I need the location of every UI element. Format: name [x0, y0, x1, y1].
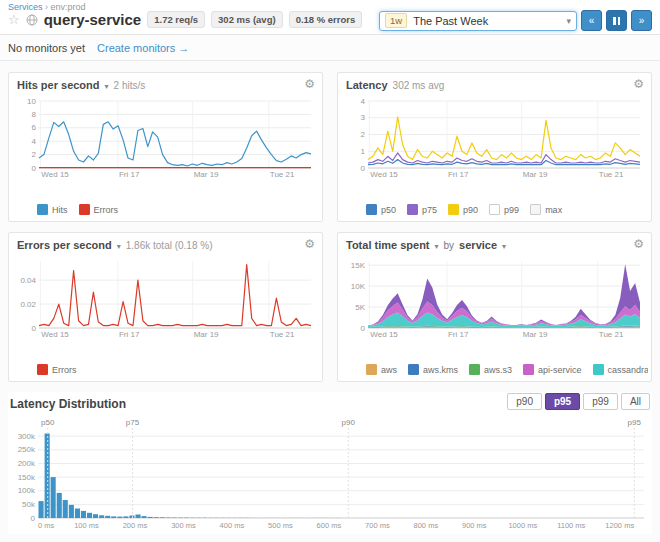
requests-badge: 1.72 req/s — [147, 11, 205, 28]
percentile-button-p95[interactable]: p95 — [545, 393, 580, 410]
svg-text:p50: p50 — [41, 418, 55, 427]
errors-chart: 00.020.04Wed 15Fri 17Mar 19Tue 21 — [15, 257, 314, 341]
svg-text:0: 0 — [361, 164, 366, 173]
time-range-label: The Past Week — [413, 15, 560, 27]
pause-icon — [618, 17, 621, 25]
svg-text:1000 ms: 1000 ms — [508, 521, 537, 530]
time-range-token: 1w — [385, 13, 407, 28]
legend-label: p99 — [504, 205, 519, 215]
percentile-buttons: p90p95p99All — [507, 393, 650, 410]
total-time-legend: awsaws.kmsaws.s3api-servicecassandractx-… — [366, 364, 648, 375]
svg-text:Tue 21: Tue 21 — [599, 170, 624, 179]
legend-item-Hits[interactable]: Hits — [37, 204, 68, 215]
svg-text:Mar 19: Mar 19 — [523, 170, 548, 179]
svg-text:100k: 100k — [18, 486, 36, 495]
legend-swatch — [37, 204, 48, 215]
total-time-panel: Total time spent ▾ by service ▾ ⚙ 05K10K… — [337, 232, 652, 382]
legend-swatch — [530, 204, 541, 215]
gear-icon[interactable]: ⚙ — [633, 77, 644, 91]
errors-panel-title[interactable]: Errors per second — [17, 239, 112, 251]
svg-text:500 ms: 500 ms — [268, 521, 293, 530]
legend-item-cassandra[interactable]: cassandra — [593, 364, 648, 375]
svg-text:Fri 17: Fri 17 — [119, 170, 140, 179]
legend-swatch — [408, 364, 419, 375]
time-controls: 1w The Past Week ▾ « » — [379, 10, 652, 31]
svg-text:1100 ms: 1100 ms — [557, 521, 585, 530]
svg-text:p95: p95 — [628, 418, 642, 427]
svg-text:100 ms: 100 ms — [74, 521, 99, 530]
legend-label: api-service — [538, 365, 582, 375]
legend-item-Errors[interactable]: Errors — [37, 364, 77, 375]
time-back-button[interactable]: « — [581, 10, 602, 31]
legend-item-api-service[interactable]: api-service — [523, 364, 582, 375]
svg-text:0: 0 — [32, 324, 37, 333]
page-header: Services › env:prod ☆ query-service 1.72… — [0, 0, 660, 35]
chevron-down-icon: ▾ — [435, 242, 439, 251]
svg-text:900 ms: 900 ms — [462, 521, 487, 530]
legend-swatch — [37, 364, 48, 375]
legend-item-max[interactable]: max — [530, 204, 562, 215]
latency-distribution-chart: 050k100k150k200k250k300kp50p75p90p950 ms… — [8, 416, 652, 532]
svg-text:0.02: 0.02 — [20, 300, 36, 309]
favorite-star-icon[interactable]: ☆ — [8, 13, 20, 26]
legend-item-p75[interactable]: p75 — [407, 204, 437, 215]
svg-text:1: 1 — [361, 147, 366, 156]
time-pause-button[interactable] — [606, 10, 627, 31]
latency-chart: 01234Wed 15Fri 17Mar 19Tue 21 — [344, 97, 643, 181]
svg-text:Wed 15: Wed 15 — [41, 330, 69, 339]
legend-label: p50 — [381, 205, 396, 215]
legend-label: cassandra — [608, 365, 648, 375]
total-time-panel-title[interactable]: Total time spent — [346, 239, 430, 251]
svg-text:4: 4 — [32, 137, 37, 146]
time-forward-button[interactable]: » — [631, 10, 652, 31]
time-range-input[interactable]: 1w The Past Week ▾ — [379, 11, 577, 31]
svg-text:Tue 21: Tue 21 — [270, 170, 295, 179]
pause-icon — [613, 17, 616, 25]
legend-swatch — [469, 364, 480, 375]
percentile-button-p90[interactable]: p90 — [507, 393, 542, 410]
legend-item-p50[interactable]: p50 — [366, 204, 396, 215]
latency-distribution-title: Latency Distribution — [10, 397, 126, 411]
legend-item-Errors[interactable]: Errors — [79, 204, 119, 215]
svg-text:300k: 300k — [18, 432, 36, 441]
page-title: query-service — [44, 11, 142, 28]
legend-label: p90 — [463, 205, 478, 215]
percentile-button-all[interactable]: All — [621, 393, 650, 410]
globe-icon[interactable] — [26, 14, 38, 26]
group-by-selector[interactable]: service — [459, 239, 497, 251]
latency-panel-subtitle: 302 ms avg — [393, 80, 445, 91]
legend-item-aws.s3[interactable]: aws.s3 — [469, 364, 512, 375]
legend-swatch — [448, 204, 459, 215]
svg-text:400 ms: 400 ms — [220, 521, 245, 530]
svg-text:150k: 150k — [18, 473, 36, 482]
svg-text:Tue 21: Tue 21 — [270, 330, 295, 339]
latency-badge: 302 ms (avg) — [211, 11, 283, 28]
svg-text:Fri 17: Fri 17 — [119, 330, 140, 339]
gear-icon[interactable]: ⚙ — [304, 77, 315, 91]
svg-text:15K: 15K — [351, 261, 366, 270]
svg-text:250k: 250k — [18, 445, 36, 454]
svg-text:0.04: 0.04 — [20, 276, 36, 285]
svg-text:5K: 5K — [355, 303, 365, 312]
legend-swatch — [366, 204, 377, 215]
legend-item-p99[interactable]: p99 — [489, 204, 519, 215]
svg-text:10K: 10K — [351, 282, 366, 291]
gear-icon[interactable]: ⚙ — [304, 237, 315, 251]
create-monitors-link[interactable]: Create monitors → — [97, 42, 189, 54]
legend-swatch — [489, 204, 500, 215]
percentile-button-p99[interactable]: p99 — [583, 393, 618, 410]
svg-text:0 ms: 0 ms — [38, 521, 55, 530]
legend-item-p90[interactable]: p90 — [448, 204, 478, 215]
errors-panel-subtitle: 1.86k total (0.18 %) — [126, 240, 213, 251]
legend-item-aws.kms[interactable]: aws.kms — [408, 364, 458, 375]
legend-item-aws[interactable]: aws — [366, 364, 397, 375]
svg-text:p75: p75 — [126, 418, 140, 427]
gear-icon[interactable]: ⚙ — [633, 237, 644, 251]
legend-label: aws — [381, 365, 397, 375]
hits-panel-header: Hits per second ▾ 2 hits/s — [17, 79, 314, 91]
hits-panel-title[interactable]: Hits per second — [17, 79, 100, 91]
errors-panel-header: Errors per second ▾ 1.86k total (0.18 %) — [17, 239, 314, 251]
legend-swatch — [593, 364, 604, 375]
latency-panel-title[interactable]: Latency — [346, 79, 388, 91]
title-row: ☆ query-service 1.72 req/s 302 ms (avg) … — [8, 11, 362, 28]
